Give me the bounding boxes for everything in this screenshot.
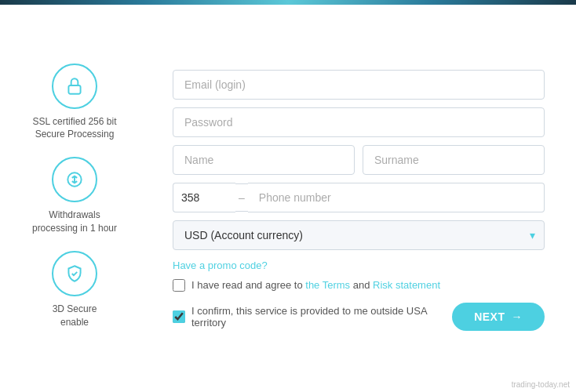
bottom-row: I confirm, this service is provided to m… bbox=[173, 303, 545, 331]
confirm-label: I confirm, this service is provided to m… bbox=[191, 305, 452, 328]
surname-input[interactable] bbox=[363, 145, 545, 175]
lock-icon bbox=[64, 76, 85, 96]
watermark: trading-today.net bbox=[512, 380, 570, 389]
sidebar-item-ssl: SSL certified 256 bitSecure Processing bbox=[33, 64, 117, 142]
terms-link[interactable]: the Terms bbox=[305, 279, 350, 291]
currency-select-wrapper: USD (Account currency) EUR (Account curr… bbox=[173, 220, 545, 250]
svg-rect-0 bbox=[68, 85, 80, 94]
password-input[interactable] bbox=[173, 107, 545, 137]
name-input[interactable] bbox=[173, 145, 355, 175]
confirm-checkbox[interactable] bbox=[173, 310, 185, 323]
phone-number-input[interactable] bbox=[248, 183, 545, 212]
sidebar-item-3dsecure: 3D Secureenable bbox=[52, 251, 97, 329]
terms-text: I have read and agree to the Terms and R… bbox=[191, 279, 440, 291]
terms-checkbox[interactable] bbox=[173, 279, 185, 292]
next-label: NEXT bbox=[474, 310, 505, 323]
withdrawals-icon-circle bbox=[52, 157, 97, 202]
confirm-checkbox-row: I confirm, this service is provided to m… bbox=[173, 305, 452, 328]
ssl-label: SSL certified 256 bitSecure Processing bbox=[33, 115, 117, 142]
secure-label: 3D Secureenable bbox=[53, 303, 97, 329]
shield-icon bbox=[64, 263, 85, 284]
ssl-icon-circle bbox=[52, 64, 97, 109]
withdrawals-label: Withdrawalsprocessing in 1 hour bbox=[32, 209, 117, 235]
next-button[interactable]: NEXT → bbox=[452, 303, 545, 331]
secure-icon-circle bbox=[52, 251, 97, 296]
name-row bbox=[173, 145, 545, 175]
terms-checkbox-row: I have read and agree to the Terms and R… bbox=[173, 279, 545, 292]
phone-prefix-input[interactable] bbox=[173, 183, 235, 212]
risk-link[interactable]: Risk statement bbox=[373, 279, 440, 291]
form-area: – USD (Account currency) EUR (Account cu… bbox=[149, 0, 576, 392]
sidebar-item-withdrawals: Withdrawalsprocessing in 1 hour bbox=[32, 157, 117, 235]
coin-icon bbox=[64, 169, 85, 190]
registration-container: SSL certified 256 bitSecure Processing W… bbox=[0, 0, 576, 392]
next-arrow-icon: → bbox=[512, 310, 523, 323]
phone-row: – bbox=[173, 183, 545, 212]
sidebar: SSL certified 256 bitSecure Processing W… bbox=[0, 0, 149, 392]
promo-code-link[interactable]: Have a promo code? bbox=[173, 260, 545, 271]
phone-separator: – bbox=[235, 183, 248, 212]
email-input[interactable] bbox=[173, 70, 545, 100]
currency-select[interactable]: USD (Account currency) EUR (Account curr… bbox=[173, 220, 545, 250]
